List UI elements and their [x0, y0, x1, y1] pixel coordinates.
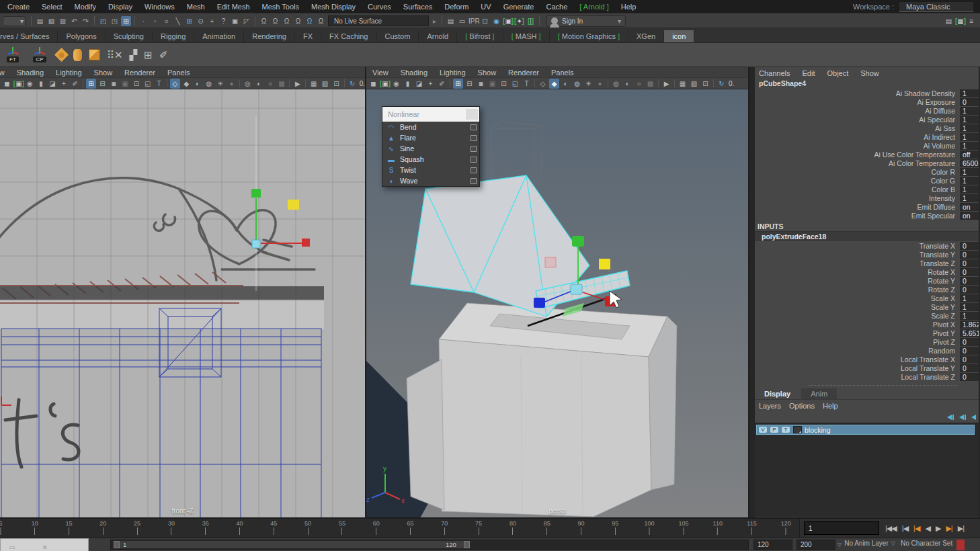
- channel-label[interactable]: Pivot Z: [755, 338, 960, 346]
- panel-layout-four-icon[interactable]: ▧: [320, 79, 330, 89]
- knife-tool-shelf-button[interactable]: ✐: [159, 49, 168, 61]
- snap-point-icon[interactable]: ○: [161, 16, 171, 26]
- channel-label[interactable]: Local Translate Z: [755, 373, 960, 381]
- channel-label[interactable]: Local Translate Y: [755, 364, 960, 372]
- channel-value-field[interactable]: 6500: [960, 159, 979, 167]
- nonlinear-item-sine[interactable]: ∿Sine: [382, 143, 479, 154]
- layer-toggle-v[interactable]: V: [758, 426, 768, 433]
- play-backwards-button[interactable]: ◀: [923, 524, 932, 533]
- arnold-render-icon[interactable]: ▣: [13, 79, 24, 89]
- textured-mode-icon[interactable]: ◐: [561, 79, 571, 89]
- channel-label[interactable]: Translate X: [755, 242, 960, 250]
- channel-label[interactable]: Translate Y: [755, 251, 960, 259]
- channel-value-field[interactable]: 1: [960, 177, 979, 185]
- go-to-end-button[interactable]: ▶|: [956, 524, 966, 533]
- channel-value-field[interactable]: 0: [960, 251, 979, 259]
- channel-value-field[interactable]: 0: [960, 373, 979, 381]
- nonlinear-item-twist[interactable]: STwist: [382, 165, 479, 175]
- front-menu-renderer[interactable]: Renderer: [118, 69, 161, 77]
- combine-shelf-button[interactable]: ▞: [130, 49, 138, 61]
- menu-generate[interactable]: Generate: [497, 3, 540, 11]
- camera-attributes-icon[interactable]: ◉: [391, 79, 401, 89]
- panel-grid-shelf-button[interactable]: ⊞: [144, 49, 153, 61]
- delete-history-shelf-button[interactable]: ⠿✕: [107, 49, 123, 61]
- field-expand-icon[interactable]: ▸: [433, 17, 436, 25]
- menu-edit-mesh[interactable]: Edit Mesh: [211, 3, 256, 11]
- color-management-icon[interactable]: ↻: [348, 79, 358, 89]
- option-box-icon[interactable]: [471, 135, 477, 141]
- channel-label[interactable]: Local Translate X: [755, 355, 960, 364]
- channel-value-field[interactable]: 1: [960, 185, 979, 194]
- channel-value-field[interactable]: 0: [960, 355, 979, 364]
- channel-label[interactable]: Pivot Y: [755, 329, 960, 337]
- select-component-icon[interactable]: ⊞: [121, 16, 131, 26]
- shadows-icon[interactable]: ☀: [583, 79, 594, 89]
- shelf-tab-fx[interactable]: FX: [295, 30, 321, 42]
- menu-display[interactable]: Display: [102, 3, 138, 11]
- persp-menu-renderer[interactable]: Renderer: [502, 69, 545, 77]
- persp-viewport[interactable]: ViewShadingLightingShowRendererPanels ◼▣…: [366, 67, 749, 517]
- move-layer-up-button[interactable]: [947, 415, 954, 420]
- character-set-dropdown[interactable]: No Character Set: [901, 540, 952, 547]
- menu-surfaces[interactable]: Surfaces: [397, 3, 438, 11]
- menu-curves[interactable]: Curves: [362, 3, 397, 11]
- panel-layout-single-icon[interactable]: ▦: [678, 79, 688, 89]
- image-plane-icon[interactable]: ◪: [414, 79, 424, 89]
- arnold-license-icon[interactable]: |: [526, 16, 536, 26]
- redo-icon[interactable]: ↷: [81, 16, 91, 26]
- option-box-icon[interactable]: [471, 124, 477, 130]
- menu-deform[interactable]: Deform: [438, 3, 475, 11]
- animation-end-field[interactable]: 200: [797, 540, 835, 550]
- render-frame-icon[interactable]: ▭: [457, 16, 467, 26]
- range-start-handle[interactable]: [114, 541, 120, 548]
- channel-value-field[interactable]: 1: [960, 303, 979, 311]
- layer-stack-icon[interactable]: ▤: [944, 16, 954, 26]
- menu-mesh-display[interactable]: Mesh Display: [305, 3, 362, 11]
- front-menu-shading[interactable]: Shading: [11, 69, 50, 77]
- close-icon[interactable]: ✕: [42, 544, 47, 551]
- lock-selection-icon[interactable]: ▣: [230, 16, 240, 26]
- shelf-tab-custom[interactable]: Custom: [377, 30, 419, 42]
- menu-select[interactable]: Select: [36, 3, 69, 11]
- dropdown-caret-icon[interactable]: ▽: [838, 542, 842, 548]
- channel-label[interactable]: Rotate Y: [755, 277, 960, 285]
- workspace-dropdown[interactable]: Maya Classic: [899, 2, 973, 12]
- xray-icon[interactable]: ◎: [611, 79, 621, 89]
- channel-label[interactable]: Ai Volume: [755, 142, 960, 150]
- menu-mesh-tools[interactable]: Mesh Tools: [256, 3, 305, 11]
- channel-value-field[interactable]: 0: [960, 364, 979, 372]
- magnet-snap-center-icon[interactable]: Ω: [293, 16, 303, 26]
- layer-row-blocking[interactable]: VPT blocking: [756, 425, 975, 435]
- channel-label[interactable]: Intensity: [755, 194, 960, 202]
- channel-label[interactable]: Scale Y: [755, 303, 960, 311]
- current-frame-field[interactable]: 1: [804, 521, 879, 535]
- range-slider-track[interactable]: 1 120: [110, 540, 749, 550]
- channel-value-field[interactable]: 0: [960, 277, 979, 285]
- hypershade-icon[interactable]: ◉: [491, 16, 501, 26]
- safe-title-icon[interactable]: T: [522, 79, 532, 89]
- menu-arnold[interactable]: Arnold: [573, 3, 614, 11]
- snap-projected-icon[interactable]: ╲: [173, 16, 183, 26]
- channel-label[interactable]: Ai Specular: [755, 116, 960, 124]
- front-viewport[interactable]: ViewShadingLightingShowRendererPanels ◼▣…: [0, 67, 366, 517]
- nurbs-circle-shelf-button[interactable]: [54, 48, 69, 62]
- empty-layer-button[interactable]: [971, 415, 976, 420]
- xray-joints-icon[interactable]: ◐: [622, 79, 632, 89]
- channel-label[interactable]: Color B: [755, 185, 960, 194]
- front-menu-view[interactable]: View: [0, 69, 11, 77]
- pivot-icon[interactable]: +: [425, 79, 436, 89]
- undo-icon[interactable]: ↶: [69, 16, 79, 26]
- file-save-icon[interactable]: ▥: [58, 16, 68, 26]
- channel-label[interactable]: Emit Specular: [755, 212, 960, 220]
- shelf-tab-arnold[interactable]: Arnold: [419, 30, 457, 42]
- channel-value-field[interactable]: on: [960, 212, 979, 220]
- minimize-icon[interactable]: ▭: [9, 544, 15, 551]
- menu-cache[interactable]: Cache: [540, 3, 574, 11]
- shelf-tab-motion-graphics[interactable]: Motion Graphics: [550, 30, 628, 42]
- gate-mask-icon[interactable]: ▣: [487, 79, 497, 89]
- persp-menu-panels[interactable]: Panels: [545, 69, 580, 77]
- resolution-gate-icon[interactable]: ◙: [476, 79, 486, 89]
- playback-end-field[interactable]: 120: [753, 540, 792, 550]
- ipr-render-icon[interactable]: IPR: [468, 16, 479, 26]
- image-plane-icon[interactable]: ◪: [48, 79, 58, 89]
